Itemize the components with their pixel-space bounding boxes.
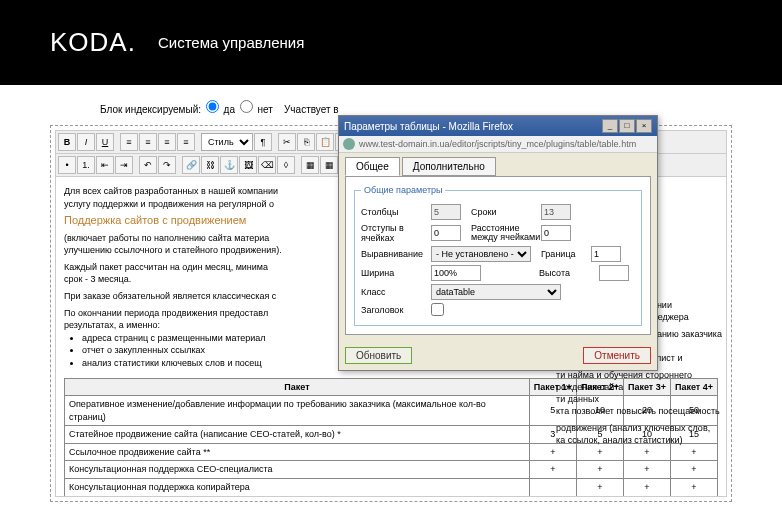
caption-label: Заголовок	[361, 305, 431, 315]
format-button[interactable]: ¶	[254, 133, 272, 151]
bold-button[interactable]: B	[58, 133, 76, 151]
radio-no[interactable]	[240, 100, 253, 113]
table-row: Консультационная поддержка копирайтера++…	[65, 479, 718, 497]
align-right-button[interactable]: ≡	[158, 133, 176, 151]
outdent-button[interactable]: ⇤	[96, 156, 114, 174]
anchor-button[interactable]: ⚓	[220, 156, 238, 174]
align-center-button[interactable]: ≡	[139, 133, 157, 151]
dialog-panel: Общие параметры Столбцы Сроки Отступы в …	[345, 176, 651, 335]
minimize-button[interactable]: _	[602, 119, 618, 133]
align-left-button[interactable]: ≡	[120, 133, 138, 151]
align-justify-button[interactable]: ≡	[177, 133, 195, 151]
undo-button[interactable]: ↶	[139, 156, 157, 174]
border-label: Граница	[541, 249, 591, 259]
height-label: Высота	[539, 268, 599, 278]
cols-label: Столбцы	[361, 207, 431, 217]
cellspacing-label: Расстояние между ячейками	[471, 224, 541, 242]
url-text: www.test-domain.in.ua/editor/jscripts/ti…	[359, 139, 636, 149]
unlink-button[interactable]: ⛓	[201, 156, 219, 174]
image-button[interactable]: 🖼	[239, 156, 257, 174]
dialog-tabs: Общее Дополнительно	[339, 153, 657, 176]
class-label: Класс	[361, 287, 431, 297]
logo: KODA.	[50, 27, 136, 58]
rows-input[interactable]	[541, 204, 571, 220]
radio-no-label: нет	[258, 104, 273, 115]
height-input[interactable]	[599, 265, 629, 281]
participate-label: Участвует в	[284, 104, 339, 115]
copy-button[interactable]: ⎘	[297, 133, 315, 151]
cols-input[interactable]	[431, 204, 461, 220]
link-button[interactable]: 🔗	[182, 156, 200, 174]
underline-button[interactable]: U	[96, 133, 114, 151]
close-button[interactable]: ×	[636, 119, 652, 133]
italic-button[interactable]: I	[77, 133, 95, 151]
globe-icon	[343, 138, 355, 150]
cellpadding-label: Отступы в ячейках	[361, 223, 431, 243]
width-label: Ширина	[361, 268, 431, 278]
paste-button[interactable]: 📋	[316, 133, 334, 151]
header-subtitle: Система управления	[158, 34, 304, 51]
width-input[interactable]	[431, 265, 481, 281]
align-select[interactable]: - Не установлено -	[431, 246, 531, 262]
cancel-button[interactable]: Отменить	[583, 347, 651, 364]
number-list-button[interactable]: 1.	[77, 156, 95, 174]
bullet-list-button[interactable]: •	[58, 156, 76, 174]
dialog-title: Параметры таблицы - Mozilla Firefox	[344, 121, 513, 132]
maximize-button[interactable]: □	[619, 119, 635, 133]
general-fieldset: Общие параметры Столбцы Сроки Отступы в …	[354, 185, 642, 326]
cut-button[interactable]: ✂	[278, 133, 296, 151]
radio-yes-label: да	[224, 104, 235, 115]
redo-button[interactable]: ↷	[158, 156, 176, 174]
indent-button[interactable]: ⇥	[115, 156, 133, 174]
border-input[interactable]	[591, 246, 621, 262]
radio-yes[interactable]	[206, 100, 219, 113]
cellpadding-input[interactable]	[431, 225, 461, 241]
code-button[interactable]: ◊	[277, 156, 295, 174]
cleanup-button[interactable]: ⌫	[258, 156, 276, 174]
row-before-button[interactable]: ▦	[320, 156, 338, 174]
table-properties-dialog: Параметры таблицы - Mozilla Firefox _ □ …	[338, 115, 658, 371]
dialog-titlebar[interactable]: Параметры таблицы - Mozilla Firefox _ □ …	[339, 116, 657, 136]
rows-label: Сроки	[471, 207, 541, 217]
align-label: Выравнивание	[361, 249, 431, 259]
update-button[interactable]: Обновить	[345, 347, 412, 364]
fieldset-legend: Общие параметры	[361, 185, 445, 195]
dialog-buttons: Обновить Отменить	[339, 341, 657, 370]
index-row: Блок индексируемый: да нет Участвует в	[50, 100, 732, 115]
style-select[interactable]: Стиль	[201, 133, 253, 151]
address-bar: www.test-domain.in.ua/editor/jscripts/ti…	[339, 136, 657, 153]
cellspacing-input[interactable]	[541, 225, 571, 241]
app-header: KODA. Система управления	[0, 0, 782, 85]
tab-advanced[interactable]: Дополнительно	[402, 157, 496, 176]
table-row: Применение корректных методов ускорения …	[65, 496, 718, 497]
tab-general[interactable]: Общее	[345, 157, 400, 176]
table-row: Консультационная поддержка СЕО-специалис…	[65, 461, 718, 479]
class-select[interactable]: dataTable	[431, 284, 561, 300]
index-label: Блок индексируемый:	[100, 104, 201, 115]
caption-checkbox[interactable]	[431, 303, 444, 316]
th-package: Пакет	[65, 378, 530, 396]
table-button[interactable]: ▦	[301, 156, 319, 174]
